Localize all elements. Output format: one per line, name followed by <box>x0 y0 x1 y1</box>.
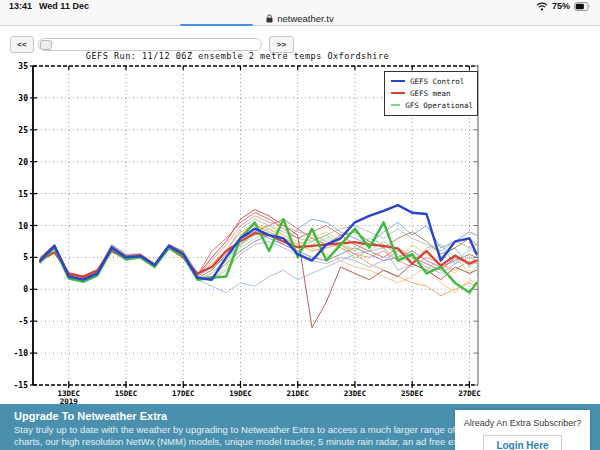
address-bar[interactable]: netweather.tv <box>0 11 600 26</box>
svg-text:5: 5 <box>23 253 28 262</box>
svg-text:30: 30 <box>18 94 28 103</box>
operational-line-swatch <box>391 104 400 106</box>
svg-text:35: 35 <box>18 62 28 71</box>
svg-text:21DEC: 21DEC <box>286 389 309 398</box>
svg-text:15: 15 <box>18 190 28 199</box>
control-line-swatch <box>391 80 405 82</box>
timeline-slider[interactable] <box>38 38 262 51</box>
page-load-progress <box>180 24 253 27</box>
svg-text:23DEC: 23DEC <box>344 389 367 398</box>
svg-text:17DEC: 17DEC <box>172 389 195 398</box>
battery-icon <box>574 2 591 11</box>
wifi-icon <box>536 2 548 11</box>
date: Wed 11 Dec <box>39 1 89 11</box>
legend-item: GEFS mean <box>391 87 473 99</box>
url-text: netweather.tv <box>277 13 334 24</box>
svg-text:19DEC: 19DEC <box>229 389 252 398</box>
svg-text:-10: -10 <box>14 349 29 358</box>
subscriber-question: Already An Extra Subscriber? <box>455 418 590 428</box>
browser-chrome: 13:41 Wed 11 Dec 75% <box>0 0 600 26</box>
svg-text:-15: -15 <box>14 381 29 390</box>
svg-text:20: 20 <box>18 158 28 167</box>
legend-item: GFS Operational <box>391 99 473 111</box>
svg-text:10: 10 <box>18 222 28 231</box>
svg-text:25DEC: 25DEC <box>401 389 424 398</box>
screen: 35302520151050-5-10-1513DEC201915DEC17DE… <box>0 0 600 450</box>
mean-line-swatch <box>391 92 405 94</box>
svg-text:-5: -5 <box>18 317 28 326</box>
lock-icon <box>266 14 273 23</box>
chart-title: GEFS Run: 11/12 06Z ensemble 2 metre tem… <box>15 51 460 61</box>
chart-legend: GEFS Control GEFS mean GFS Operational <box>384 71 478 116</box>
subscriber-card: Already An Extra Subscriber? Login Here <box>455 410 590 450</box>
battery-percent: 75% <box>552 1 570 11</box>
svg-text:15DEC: 15DEC <box>115 389 138 398</box>
legend-item: GEFS Control <box>391 75 473 87</box>
login-button[interactable]: Login Here <box>483 435 561 450</box>
slider-thumb[interactable] <box>40 40 52 51</box>
clock: 13:41 <box>9 1 32 11</box>
svg-text:0: 0 <box>23 285 28 294</box>
ensemble-chart: 35302520151050-5-10-1513DEC201915DEC17DE… <box>0 0 600 450</box>
svg-text:25: 25 <box>18 126 28 135</box>
svg-text:27DEC: 27DEC <box>458 389 481 398</box>
